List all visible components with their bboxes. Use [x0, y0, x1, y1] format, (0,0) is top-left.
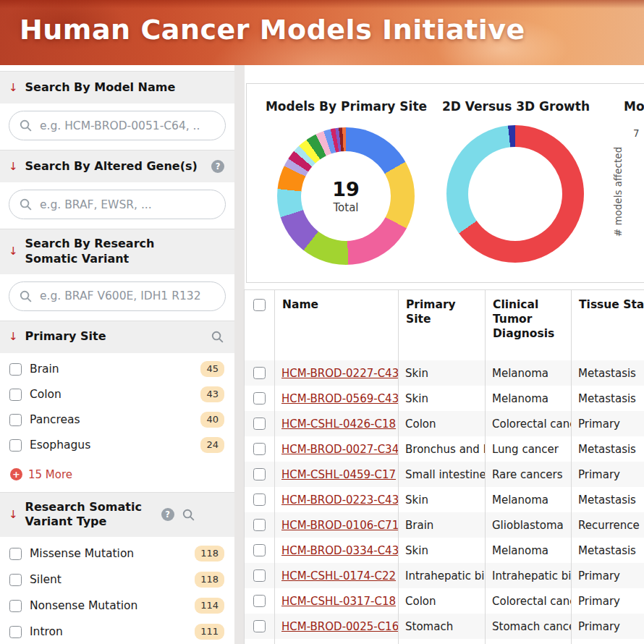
model-name-link[interactable]: HCM-CSHL-0317-C18 [281, 595, 396, 608]
facet-label: Brain [30, 363, 59, 376]
primary-site-donut-chart[interactable]: 19 Total [277, 127, 415, 265]
model-name-link[interactable]: HCM-BROD-0569-C43 [281, 392, 399, 405]
facet-checkbox[interactable] [9, 574, 22, 586]
facet-count-badge: 114 [195, 598, 224, 614]
select-all-checkbox[interactable] [253, 299, 266, 311]
collapse-arrow-icon[interactable]: ↓ [9, 246, 18, 257]
growth-donut-chart[interactable] [446, 125, 584, 263]
chart-title-most-frequent: Most [624, 99, 644, 114]
facet-count-badge: 40 [200, 412, 224, 428]
facet-checkbox[interactable] [9, 439, 22, 452]
facet-label: Silent [30, 573, 62, 586]
primary-site-more: + 15 More [0, 465, 234, 492]
model-name-link[interactable]: HCM-BROD-0106-C71 [281, 519, 399, 532]
facet-checkbox[interactable] [9, 600, 22, 612]
row-checkbox[interactable] [253, 443, 266, 455]
table-row: HCM-BROD-0223-C43 Skin Melanoma Metastas… [245, 487, 644, 512]
cell-primary-site: Skin [399, 487, 486, 512]
table-row: HCM-BROD-0027-C34 Bronchus and lung Lung… [245, 436, 644, 462]
facet-header-search-by-research-somatic-variant[interactable]: ↓ Search By Research Somatic Variant [0, 229, 234, 274]
facet-search-icon[interactable] [182, 508, 195, 522]
primary-site-facet-list: Brain 45 Colon 43 Pancreas 40 Esophagus … [0, 353, 234, 465]
model-name-link[interactable]: HCM-CSHL-0174-C22 [281, 569, 396, 582]
facet-label: Missense Mutation [30, 547, 134, 560]
cell-primary-site: Brain [399, 512, 486, 538]
altered-genes-search-input[interactable] [40, 198, 216, 211]
chart-title-models-by-primary-site: Models By Primary Site [258, 99, 435, 114]
collapse-arrow-icon[interactable]: ↓ [9, 331, 18, 342]
models-table: Name Primary Site Clinical Tumor Diagnos… [244, 289, 644, 644]
somatic-variant-search-block [0, 274, 234, 321]
cell-clinical-tumor-diagnosis: Stomach cancer [486, 614, 572, 639]
collapse-arrow-icon[interactable]: ↓ [9, 82, 18, 93]
cell-tissue-status: Primary [572, 563, 644, 588]
facet-header-search-by-model-name[interactable]: ↓ Search By Model Name [0, 71, 234, 103]
cell-primary-site: Skin [399, 538, 486, 563]
row-checkbox[interactable] [253, 367, 266, 379]
facet-header-primary-site[interactable]: ↓ Primary Site [0, 321, 234, 353]
cell-primary-site: Bronchus and lung [399, 436, 486, 462]
somatic-variant-search-input[interactable] [40, 289, 216, 302]
row-checkbox[interactable] [253, 544, 266, 556]
cell-clinical-tumor-diagnosis: Rare cancers [486, 462, 572, 487]
model-name-link[interactable]: HCM-BROD-0223-C43 [281, 493, 399, 507]
facet-checkbox[interactable] [9, 626, 22, 638]
row-checkbox[interactable] [253, 418, 266, 430]
column-header-name[interactable]: Name [275, 290, 399, 360]
row-checkbox[interactable] [253, 595, 266, 607]
facet-search-icon[interactable] [211, 330, 224, 344]
donut-center: 19 Total [301, 151, 391, 241]
table-row: HCM-BROD-0670-C43 Skin Melanoma Metastas… [245, 639, 644, 644]
collapse-arrow-icon[interactable]: ↓ [9, 161, 18, 172]
row-checkbox[interactable] [253, 620, 266, 632]
bar-chart-y-axis-label: # models affected [612, 137, 624, 247]
model-name-link[interactable]: HCM-BROD-0334-C43 [281, 544, 399, 557]
column-header-primary-site[interactable]: Primary Site [399, 290, 486, 360]
facet-checkbox[interactable] [9, 548, 22, 560]
collapse-arrow-icon[interactable]: ↓ [9, 509, 18, 520]
facet-checkbox[interactable] [9, 414, 22, 426]
column-header-clinical-tumor-diagnosis[interactable]: Clinical Tumor Diagnosis [486, 290, 572, 360]
facet-checkbox[interactable] [9, 363, 22, 376]
cell-primary-site: Skin [399, 360, 486, 386]
facet-header-search-by-altered-genes[interactable]: ↓ Search By Altered Gene(s) ? [0, 150, 234, 182]
cell-tissue-status: Metastasis [572, 360, 644, 386]
table-row: HCM-CSHL-0459-C17 Small intestine Rare c… [245, 462, 644, 487]
facet-count-badge: 24 [200, 437, 224, 453]
model-name-link[interactable]: HCM-BROD-0027-C34 [281, 443, 399, 456]
model-name-search-input[interactable] [40, 119, 216, 132]
facet-header-research-somatic-variant-type[interactable]: ↓ Research Somatic Variant Type ? [0, 492, 234, 538]
model-name-link[interactable]: HCM-BROD-0025-C16 [281, 620, 399, 633]
row-checkbox[interactable] [253, 519, 266, 531]
cell-primary-site: Colon [399, 411, 486, 436]
row-checkbox[interactable] [253, 569, 266, 582]
facet-item: Pancreas 40 [9, 407, 224, 433]
column-header-tissue-status[interactable]: Tissue Status [572, 290, 644, 360]
model-name-link[interactable]: HCM-CSHL-0459-C17 [281, 468, 396, 481]
cell-clinical-tumor-diagnosis: Lung cancer [486, 436, 572, 462]
cell-clinical-tumor-diagnosis: Colorectal cancer [486, 588, 572, 614]
search-icon [19, 289, 33, 303]
facet-count-badge: 118 [195, 546, 224, 562]
facet-count-badge: 43 [200, 386, 224, 402]
model-name-link[interactable]: HCM-BROD-0227-C43 [281, 367, 399, 380]
facet-item: Silent 118 [9, 567, 224, 593]
facet-label: Esophagus [30, 438, 90, 452]
help-icon[interactable]: ? [211, 160, 224, 173]
cell-primary-site: Stomach [399, 614, 486, 639]
help-icon[interactable]: ? [161, 508, 174, 521]
row-checkbox[interactable] [253, 493, 266, 506]
table-row: HCM-BROD-0569-C43 Skin Melanoma Metastas… [245, 386, 644, 411]
facet-checkbox[interactable] [9, 389, 22, 401]
show-more-link[interactable]: + 15 More [9, 465, 224, 486]
model-name-search-block [0, 103, 234, 150]
model-name-link[interactable]: HCM-CSHL-0426-C18 [281, 418, 396, 431]
donut-center [468, 147, 562, 241]
table-body: HCM-BROD-0227-C43 Skin Melanoma Metastas… [245, 360, 644, 644]
search-icon [19, 119, 33, 132]
row-checkbox[interactable] [253, 468, 266, 480]
row-checkbox[interactable] [253, 392, 266, 404]
cell-clinical-tumor-diagnosis: Melanoma [486, 386, 572, 411]
facet-item: Missense Mutation 118 [9, 541, 224, 567]
facet-item: Brain 45 [9, 357, 224, 382]
